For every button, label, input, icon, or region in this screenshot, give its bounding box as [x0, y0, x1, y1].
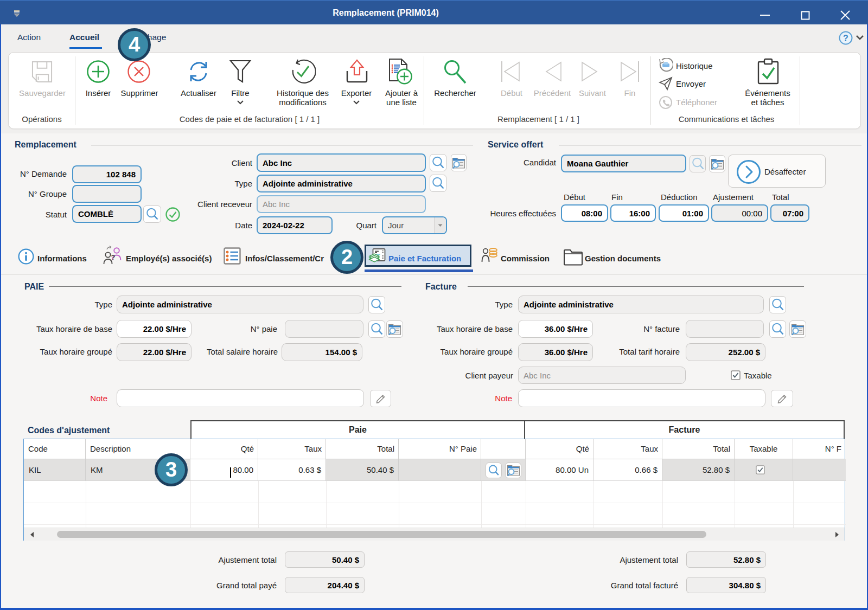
svg-text:?: ? — [843, 34, 848, 43]
svg-text:?: ? — [111, 253, 116, 261]
